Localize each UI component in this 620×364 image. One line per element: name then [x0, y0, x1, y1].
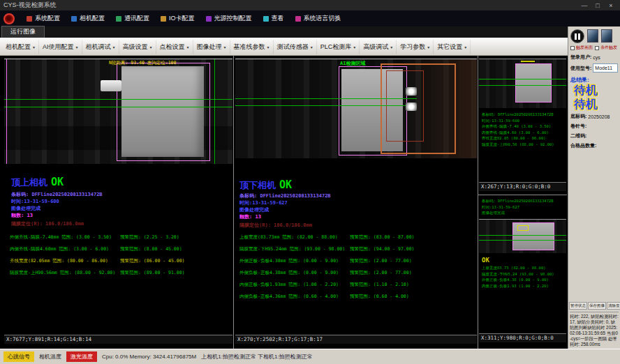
camera-panel-top: N轮距离: 93.40 左沟定位:100 顶上相机OK 条标码: DFFline… [4, 59, 232, 344]
camera-name-text: 顶下相机 [239, 180, 276, 190]
toolbar-test-sensor[interactable]: 测试传感器▾ [274, 40, 317, 54]
pass-count-label: 合格品数量: [570, 142, 596, 149]
toolbar-label: 点检设置 [160, 43, 185, 52]
measure-line-green [235, 105, 417, 106]
measure-line-green [479, 240, 566, 241]
mini-button-row: 暂停状态 保存图像 清除显示 [568, 301, 620, 311]
camera-panel-small-2: 条标码: DFFline2025020813313472B 时间:13-31-5… [479, 197, 566, 343]
coordinate-readout: X:267;Y:13;R:0;G:0;B:0 [479, 182, 566, 191]
toolbar-label: 学习参数 [400, 43, 425, 52]
ok-image-thumbnail[interactable] [601, 29, 612, 43]
toolbar-plc-library[interactable]: PLC检测库▾ [317, 40, 360, 54]
trigger-frame-checkbox[interactable]: 触发画面 [570, 45, 593, 51]
time-text: 时间:13-31-59-627 [239, 199, 288, 206]
toolbar-ai-config[interactable]: AI使用配置▾ [39, 40, 82, 54]
pass-count-row: 合格品数量: [568, 141, 620, 151]
dim-info-text: 隔膜定位(R): 186.0/186.0mm [239, 222, 312, 229]
measurement-value: 隔膜宽度-上H90.56mm 范围: (88.00 - 92.00) [10, 267, 120, 279]
model-input[interactable]: Mode11 [593, 63, 618, 73]
main-camera-area: N轮距离: 93.40 左沟定位:100 顶上相机OK 条标码: DFFline… [0, 56, 568, 349]
menu-item-io-config[interactable]: IO卡配置 [155, 12, 200, 25]
measurement-warning: 预警范围: (89.00 - 91.00) [120, 267, 231, 279]
toolbar-learning-params[interactable]: 学习参数▾ [397, 40, 434, 54]
coordinate-readout: X:7677;Y:891;R:14;G:14;B:14 [4, 335, 232, 344]
menu-label: 查看 [272, 14, 284, 23]
clear-display-button[interactable]: 清除显示 [607, 302, 620, 310]
camera-view-1[interactable]: N轮距离: 93.40 左沟定位:100 [4, 59, 232, 164]
menu-item-light-config[interactable]: 光源控制配置 [200, 12, 258, 25]
mini-line: 条标码: DFFline2025020813313472B [482, 112, 565, 118]
toolbar-advanced-settings[interactable]: 高级设置▾ [119, 40, 156, 54]
chevron-down-icon: ▾ [390, 45, 392, 50]
separator-sheet-block [515, 63, 552, 103]
measurement-value: 外侧负极-正极4.38mm 范围: (0.00 - 9.00) [239, 267, 350, 279]
dim-info-text: 隔膜定位(R): 186.0/186.0mm [11, 220, 84, 227]
toolbar-camera-debug[interactable]: 相机调试▾ [82, 40, 119, 54]
measurement-warning: 预警范围: (83.00 - 87.00) [350, 232, 475, 243]
toolbar-label: AI使用配置 [43, 43, 74, 52]
tab-run-image[interactable]: 运行图像 [1, 26, 45, 38]
bottom-code-value: 20250208 [588, 114, 610, 119]
camera-panel-small-1: 条标码: DFFline2025020813313472B 时间:13-31-5… [479, 59, 566, 191]
toolbar-other-settings[interactable]: 其它设置▾ [434, 40, 471, 54]
yellow-marker [517, 225, 529, 231]
toolbar-spot-check[interactable]: 点检设置▾ [156, 40, 193, 54]
measurement-row: 外侧负极-正极4.38mm 范围: (0.00 - 9.00)预警范围: (2.… [239, 267, 475, 279]
maximize-button[interactable]: □ [592, 2, 603, 9]
camera-name: 顶上相机OK [11, 176, 64, 189]
measurement-row: 外侧正极-负极4.38mm 范围: (0.00 - 9.00)预警范围: (2.… [239, 255, 475, 267]
condition-trigger-checkbox[interactable]: 条件触发 [595, 45, 617, 51]
chevron-down-icon: ▾ [113, 45, 115, 50]
roi-rect-pink [117, 63, 210, 161]
menu-item-comm-config[interactable]: 通讯配置 [110, 12, 155, 25]
camera-view-2[interactable]: AI检测区域 [235, 59, 477, 158]
checkbox-label: 触发画面 [576, 45, 593, 51]
toolbar-image-processing[interactable]: 图像处理▾ [193, 40, 230, 54]
camera-view-4[interactable] [479, 219, 566, 253]
measurement-value: 齐线宽度(82.05mm 范围: (80.00 - 86.00) [10, 255, 120, 267]
camera-name-text: 顶上相机 [11, 177, 47, 188]
pause-icon [575, 33, 580, 40]
menu-item-camera-config[interactable]: 相机配置 [66, 12, 110, 25]
laser-temp-badge: 激光温度 [66, 351, 97, 362]
menu-icon [295, 16, 301, 22]
measurement-warning: 预警范围: (0.60 - 4.00) [350, 291, 475, 303]
window-controls: — □ × [579, 2, 617, 9]
statusbar: 心跳信号 相机温度 激光温度 Cpu: 0.0% Memory: 3424.41… [0, 349, 620, 364]
menu-icon [263, 16, 269, 22]
menu-item-view[interactable]: 查看 [258, 12, 290, 25]
heartbeat-badge: 心跳信号 [3, 351, 34, 362]
toolbar-advanced-debug[interactable]: 高级调试▾ [360, 40, 397, 54]
mini-measurement-list: 条标码: DFFline2025020813313472B 时间:13-31-5… [482, 112, 565, 147]
toolbar-camera-config[interactable]: 相机配置▾ [2, 40, 39, 54]
capture-controls [568, 26, 620, 44]
window-title: CYS-视觉检测系统 [3, 1, 57, 10]
minimize-button[interactable]: — [579, 2, 590, 9]
checkbox-label: 条件触发 [600, 45, 617, 51]
chevron-down-icon: ▾ [76, 45, 78, 50]
roll-number-row: 卷针号: [568, 121, 620, 131]
menu-item-system-config[interactable]: 系统配置 [21, 12, 66, 25]
measure-line-green [235, 98, 417, 99]
measure-line-green [479, 235, 566, 236]
pause-state-button[interactable]: 暂停状态 [569, 302, 587, 310]
mini-line: 时间:13-31-59-627 [482, 204, 565, 211]
pause-button[interactable] [570, 29, 584, 43]
measurement-row: 齐线宽度(82.05mm 范围: (80.00 - 86.00)预警范围: (8… [10, 255, 231, 267]
menu-icon [71, 16, 77, 22]
view-separator [233, 56, 234, 349]
menu-item-language-switch[interactable]: 系统语言切换 [290, 12, 347, 25]
time-text: 时间:13-31-59-600 [11, 198, 59, 205]
trigger-checkboxes: 触发画面 条件触发 [568, 44, 620, 52]
measurement-list: 外侧齐线-隔膜-7.40mm 范围: (3.00 - 3.50)预警范围: (2… [10, 232, 231, 279]
model-label: 使用型号: [570, 65, 591, 72]
camera-view-3[interactable] [479, 59, 566, 108]
ng-image-thumbnail[interactable] [587, 29, 598, 43]
menu-icon [27, 16, 32, 22]
qr-code-label: 二维码: [570, 132, 586, 139]
close-button[interactable]: × [605, 2, 617, 9]
measurement-row: 内侧齐线-隔膜4.60mm 范围: (3.00 - 6.00)预警范围: (8.… [10, 243, 231, 255]
save-image-button[interactable]: 保存图像 [588, 302, 606, 310]
toolbar-baseline-params[interactable]: 基准线参数▾ [230, 40, 274, 54]
camera-temp-label: 相机温度 [39, 353, 61, 361]
